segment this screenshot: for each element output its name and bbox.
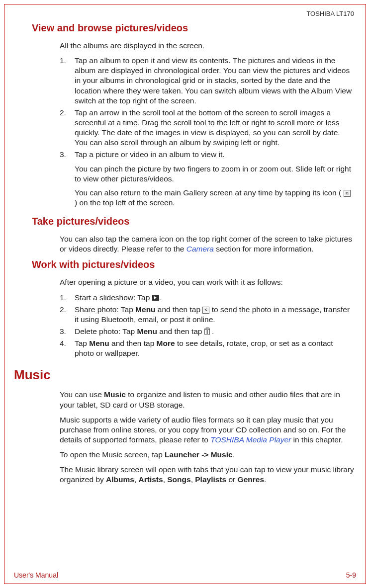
s3-intro: After opening a picture or a video, you … — [60, 277, 354, 287]
list-item: 3. Tap a picture or video in an album to… — [60, 150, 354, 212]
text-fragment: Start a slideshow: Tap — [75, 293, 152, 302]
bold-text: Albums — [106, 475, 134, 484]
bold-text: Playlists — [195, 475, 226, 484]
s3-list: 1. Start a slideshow: Tap . 2. Share pho… — [60, 293, 354, 359]
footer-left: User's Manual — [14, 571, 58, 579]
bold-text: Genres — [238, 475, 264, 484]
bold-text: Artists — [139, 475, 163, 484]
text-fragment: Tap — [75, 339, 89, 347]
footer-page-number: 5-9 — [346, 571, 356, 579]
para: You can also return to the main Gallery … — [75, 188, 354, 208]
list-item: 2. Share photo: Tap Menu and then tap to… — [60, 305, 354, 325]
text-fragment: . — [210, 327, 214, 336]
list-text: Start a slideshow: Tap . — [75, 293, 354, 303]
s4-p3: To open the Music screen, tap Launcher -… — [60, 450, 354, 460]
text-fragment: in this chapter. — [291, 435, 343, 444]
s1-list: 1. Tap an album to open it and view its … — [60, 56, 354, 212]
heading-work-with: Work with pictures/videos — [32, 259, 356, 270]
heading-view-browse: View and browse pictures/videos — [32, 22, 356, 34]
slideshow-icon — [152, 295, 159, 301]
list-item: 3. Delete photo: Tap Menu and then tap . — [60, 327, 354, 336]
heading-take-pictures: Take pictures/videos — [32, 216, 356, 227]
bold-text: Menu — [89, 339, 109, 347]
heading-music: Music — [14, 367, 356, 383]
text-fragment: and then tap — [157, 327, 204, 336]
list-text: Tap a picture or video in an album to vi… — [75, 150, 354, 212]
page-content: TOSHIBA LT170 View and browse pictures/v… — [4, 4, 366, 584]
link-camera[interactable]: Camera — [186, 245, 214, 253]
text-fragment: Share photo: Tap — [75, 305, 135, 314]
s4-p1: You can use Music to organize and listen… — [60, 390, 354, 410]
list-number: 2. — [60, 305, 75, 325]
para: Tap a picture or video in an album to vi… — [75, 150, 354, 160]
text-fragment: and then tap — [109, 339, 157, 347]
text-fragment: , — [163, 475, 168, 484]
text-fragment: . — [159, 293, 161, 302]
list-number: 3. — [60, 150, 75, 212]
list-item: 1. Start a slideshow: Tap . — [60, 293, 354, 303]
gallery-icon — [344, 190, 351, 197]
text-fragment: Delete photo: Tap — [75, 327, 137, 336]
list-text: Tap an arrow in the scroll tool at the b… — [75, 108, 354, 148]
text-fragment: , — [191, 475, 195, 484]
s1-intro: All the albums are displayed in the scre… — [60, 41, 354, 51]
list-number: 3. — [60, 327, 75, 336]
list-item: 1. Tap an album to open it and view its … — [60, 56, 354, 106]
text-fragment: ) on the top left of the screen. — [75, 198, 175, 207]
text-fragment: . — [264, 475, 266, 484]
text-fragment: To open the Music screen, tap — [60, 450, 165, 459]
bold-text: Menu — [135, 305, 155, 314]
header-product-label: TOSHIBA LT170 — [14, 10, 356, 17]
share-icon — [202, 307, 209, 314]
s4-p4: The Music library screen will open with … — [60, 465, 354, 485]
list-number: 2. — [60, 108, 75, 148]
list-text: Tap Menu and then tap More to see detail… — [75, 338, 354, 358]
link-media-player[interactable]: TOSHIBA Media Player — [210, 435, 291, 444]
trash-icon — [204, 329, 210, 335]
footer: User's Manual 5-9 — [14, 571, 356, 579]
text-fragment: or — [226, 475, 237, 484]
list-text: Tap an album to open it and view its con… — [75, 56, 354, 106]
text-fragment: , — [134, 475, 139, 484]
list-item: 4. Tap Menu and then tap More to see det… — [60, 338, 354, 358]
list-number: 1. — [60, 293, 75, 303]
text-fragment: section for more information. — [214, 245, 314, 253]
list-number: 1. — [60, 56, 75, 106]
text-fragment: and then tap — [156, 305, 203, 314]
bold-text: More — [157, 339, 175, 347]
bold-text: Launcher -> Music — [165, 450, 233, 459]
para: You can pinch the picture by two fingers… — [75, 164, 354, 184]
list-item: 2. Tap an arrow in the scroll tool at th… — [60, 108, 354, 148]
s2-text: You can also tap the camera icon on the … — [60, 234, 354, 254]
list-text: Share photo: Tap Menu and then tap to se… — [75, 305, 354, 325]
bold-text: Music — [104, 390, 126, 399]
text-fragment: You can also return to the main Gallery … — [75, 188, 344, 197]
s4-p2: Music supports a wide variety of audio f… — [60, 415, 354, 445]
list-number: 4. — [60, 338, 75, 358]
list-text: Delete photo: Tap Menu and then tap . — [75, 327, 354, 336]
bold-text: Menu — [137, 327, 157, 336]
bold-text: Songs — [167, 475, 190, 484]
text-fragment: You can use — [60, 390, 104, 399]
text-fragment: . — [233, 450, 235, 459]
